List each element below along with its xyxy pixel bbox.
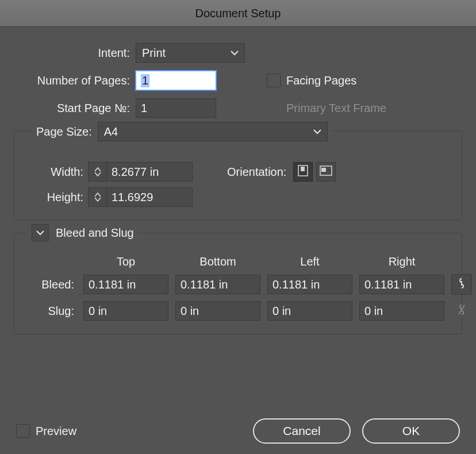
start-page-input[interactable]: 1 (136, 98, 216, 118)
intent-select[interactable]: Print (136, 43, 245, 63)
landscape-icon (320, 166, 332, 179)
link-icon (458, 278, 466, 292)
primary-text-frame-label: Primary Text Frame (286, 102, 386, 115)
orientation-label: Orientation: (227, 166, 286, 179)
page-size-label: Page Size: (36, 125, 92, 138)
width-stepper[interactable] (88, 162, 106, 182)
unlink-icon (458, 304, 466, 318)
slug-top-input[interactable]: 0 in (83, 301, 168, 321)
num-pages-value: 1 (141, 74, 149, 87)
slug-label: Slug: (26, 305, 76, 318)
bleed-slug-title: Bleed and Slug (56, 226, 134, 240)
chevron-down-icon (36, 230, 44, 236)
cancel-button[interactable]: Cancel (253, 418, 351, 444)
start-page-value: 1 (141, 102, 147, 115)
slug-left-input[interactable]: 0 in (267, 301, 352, 321)
num-pages-input[interactable]: 1 (136, 71, 216, 90)
height-label: Height: (26, 191, 88, 204)
ok-button[interactable]: OK (362, 418, 460, 444)
bleed-top-input[interactable]: 0.1181 in (83, 275, 168, 294)
slug-bottom-input[interactable]: 0 in (175, 301, 260, 321)
dialog-title: Document Setup (195, 7, 281, 20)
facing-pages-checkbox[interactable] (267, 74, 281, 87)
orientation-portrait-button[interactable] (293, 162, 313, 182)
primary-text-frame-checkbox (267, 101, 281, 115)
intent-label: Intent: (14, 47, 136, 60)
slug-right-input[interactable]: 0 in (359, 301, 444, 321)
svg-rect-1 (301, 167, 305, 171)
bleed-right-input[interactable]: 0.1181 in (359, 275, 444, 294)
bleed-bottom-input[interactable]: 0.1181 in (175, 275, 260, 294)
height-value: 11.6929 (112, 191, 153, 204)
bleed-slug-disclosure[interactable] (32, 224, 49, 241)
preview-label[interactable]: Preview (36, 425, 76, 438)
intent-value: Print (142, 47, 166, 60)
bleed-label: Bleed: (26, 278, 76, 291)
bleed-left-input[interactable]: 0.1181 in (267, 275, 352, 294)
page-size-value: A4 (104, 125, 118, 138)
document-setup-dialog: Document Setup Intent: Print Number of P… (0, 0, 476, 454)
chevron-down-icon (231, 50, 239, 56)
orientation-landscape-button[interactable] (316, 162, 336, 182)
num-pages-label: Number of Pages: (14, 74, 136, 87)
col-left: Left (267, 255, 352, 268)
dialog-titlebar: Document Setup (0, 0, 476, 27)
height-stepper[interactable] (88, 187, 106, 207)
svg-rect-3 (321, 168, 326, 172)
page-size-select[interactable]: A4 (98, 122, 328, 141)
start-page-label: Start Page №: (14, 102, 136, 115)
chevron-down-icon (313, 129, 321, 134)
bleed-link-toggle[interactable] (451, 274, 472, 295)
width-value: 8.2677 in (112, 166, 159, 179)
slug-link-toggle[interactable] (451, 301, 472, 321)
width-label: Width: (26, 166, 88, 179)
facing-pages-label[interactable]: Facing Pages (286, 74, 356, 87)
portrait-icon (298, 165, 308, 179)
preview-checkbox[interactable] (16, 424, 30, 438)
width-input[interactable]: 8.2677 in (106, 162, 193, 182)
col-bottom: Bottom (175, 255, 260, 268)
col-right: Right (359, 255, 444, 268)
col-top: Top (83, 255, 168, 268)
height-input[interactable]: 11.6929 (106, 187, 193, 207)
